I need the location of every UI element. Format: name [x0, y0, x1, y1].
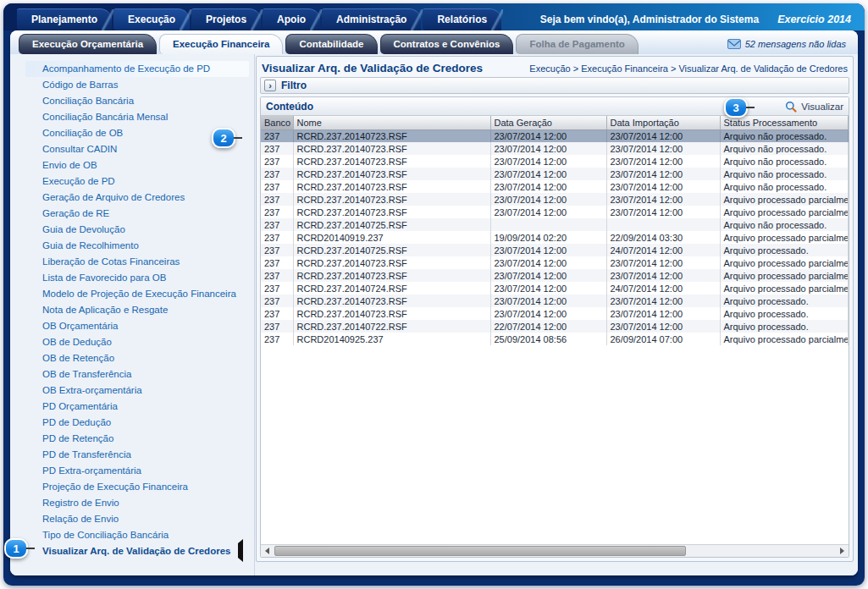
content-box: Conteúdo Visualizar: [260, 96, 849, 558]
table-row[interactable]: 237RCRD.237.20140723.RSF23/07/2014 12:00…: [261, 269, 849, 282]
table-cell: [490, 218, 606, 231]
table-cell: 23/07/2014 12:00: [490, 155, 606, 168]
table-cell: Arquivo processado parcialme: [720, 282, 849, 294]
table-cell: Arquivo não processado.: [720, 180, 849, 193]
sidebar-item-guia-de-devolucao[interactable]: Guia de Devolução: [42, 222, 249, 238]
table-row[interactable]: 237RCRD.237.20140723.RSF23/07/2014 12:00…: [261, 294, 849, 307]
table-row[interactable]: 237RCRD.237.20140725.RSF23/07/2014 12:00…: [261, 244, 849, 256]
sidebar-item-ob-de-deducao[interactable]: OB de Dedução: [42, 334, 249, 350]
scroll-left-button[interactable]: [261, 545, 274, 557]
table-row[interactable]: 237RCRD20140925.23725/09/2014 08:5626/09…: [261, 333, 849, 345]
table-row[interactable]: 237RCRD.237.20140723.RSF23/07/2014 12:00…: [261, 180, 849, 193]
annotation-badge-1: 1: [4, 538, 28, 559]
table-row[interactable]: 237RCRD.237.20140722.RSF22/07/2014 12:00…: [261, 320, 849, 333]
triangle-left-icon: [238, 539, 243, 562]
sidebar-item-ob-de-retencao[interactable]: OB de Retenção: [42, 350, 249, 366]
table-cell: 237: [261, 294, 293, 307]
sidebar-item-geracao-de-arquivo-de-credores[interactable]: Geração de Arquivo de Credores: [42, 190, 249, 206]
table-row[interactable]: 237RCRD.237.20140723.RSF23/07/2014 12:00…: [261, 307, 849, 320]
tab-apoio[interactable]: Apoio: [263, 8, 320, 30]
sidebar-item-ob-orcamentaria[interactable]: OB Orçamentária: [42, 318, 249, 334]
sidebar-item-pd-de-transferencia[interactable]: PD de Transferência: [42, 447, 249, 463]
triangle-left-icon: [265, 548, 269, 554]
messages-link[interactable]: 52 mensagens não lidas: [727, 39, 849, 54]
tab-planejamento[interactable]: Planejamento: [17, 8, 112, 30]
sidebar-item-tipo-de-conciliacao-bancaria[interactable]: Tipo de Conciliação Bancária: [42, 527, 249, 543]
table-row[interactable]: 237RCRD.237.20140723.RSF23/07/2014 12:00…: [261, 129, 849, 142]
table-cell: RCRD20140925.237: [293, 333, 490, 345]
tab-execucao[interactable]: Execução: [113, 8, 190, 30]
sidebar-item-pd-orcamentaria[interactable]: PD Orçamentária: [42, 399, 249, 415]
sidebar-item-lista-de-favorecido-para-ob[interactable]: Lista de Favorecido para OB: [42, 270, 249, 286]
subtab-folha-de-pagamento: Folha de Pagamento: [516, 34, 638, 54]
table-cell: 23/07/2014 12:00: [490, 269, 606, 282]
table-row[interactable]: 237RCRD.237.20140723.RSF23/07/2014 12:00…: [261, 155, 849, 168]
table-cell: 237: [261, 256, 293, 269]
table-cell: 237: [261, 320, 293, 333]
sidebar-item-codigo-de-barras[interactable]: Código de Barras: [42, 77, 249, 93]
column-header-banco[interactable]: Banco: [261, 116, 293, 129]
tab-administracao[interactable]: Administração: [322, 8, 421, 30]
visualizar-button[interactable]: Visualizar: [785, 101, 843, 113]
table-row[interactable]: 237RCRD.237.20140724.RSF23/07/2014 12:00…: [261, 282, 849, 294]
table-cell: Arquivo processado.: [720, 307, 849, 320]
table-row[interactable]: 237RCRD.237.20140723.RSF23/07/2014 12:00…: [261, 142, 849, 155]
tab-projetos[interactable]: Projetos: [191, 8, 261, 30]
exercise-label: Exercício 2014: [777, 14, 851, 25]
expand-filter-button[interactable]: ›: [264, 80, 276, 91]
scrollbar-thumb[interactable]: [274, 546, 686, 556]
table-cell: 23/07/2014 12:00: [490, 256, 606, 269]
sidebar-item-visualizar-arq-de-validacao-de-credores[interactable]: Visualizar Arq. de Validação de Credores: [42, 543, 249, 559]
subtab-contabilidade[interactable]: Contabilidade: [285, 34, 377, 54]
table-cell: Arquivo não processado.: [720, 142, 849, 155]
scroll-right-button[interactable]: [836, 545, 849, 557]
table-cell: Arquivo não processado.: [720, 168, 849, 180]
sidebar-item-pd-de-deducao[interactable]: PD de Dedução: [42, 415, 249, 431]
sidebar-item-ob-extra-orcamentaria[interactable]: OB Extra-orçamentária: [42, 383, 249, 399]
sidebar-collapse-handle[interactable]: [238, 543, 243, 559]
envelope-icon: [727, 39, 741, 49]
sidebar-item-relacao-de-envio[interactable]: Relação de Envio: [42, 511, 249, 527]
sidebar-item-conciliacao-bancaria[interactable]: Conciliação Bancária: [42, 93, 249, 109]
table-row[interactable]: 237RCRD.237.20140723.RSF23/07/2014 12:00…: [261, 168, 849, 180]
table-row[interactable]: 237RCRD.237.20140723.RSF23/07/2014 12:00…: [261, 206, 849, 218]
subtab-execucao-orcamentaria[interactable]: Execução Orçamentária: [19, 34, 157, 54]
sidebar-item-registro-de-envio[interactable]: Registro de Envio: [42, 495, 249, 511]
sidebar-item-pd-de-retencao[interactable]: PD de Retenção: [42, 431, 249, 447]
table-cell: 237: [261, 307, 293, 320]
tab-relatorios[interactable]: Relatórios: [423, 8, 501, 30]
sidebar-item-nota-de-aplicacao-e-resgate[interactable]: Nota de Aplicação e Resgate: [42, 302, 249, 318]
sidebar-item-projecao-de-execucao-financeira[interactable]: Projeção de Execução Financeira: [42, 479, 249, 495]
subtab-execucao-financeira[interactable]: Execução Financeira: [159, 34, 283, 54]
table-cell: 23/07/2014 12:00: [606, 168, 720, 180]
sidebar-item-conciliacao-bancaria-mensal[interactable]: Conciliação Bancária Mensal: [42, 109, 249, 125]
table-row[interactable]: 237RCRD.237.20140725.RSFArquivo não proc…: [261, 218, 849, 231]
sidebar-item-geracao-de-re[interactable]: Geração de RE: [42, 206, 249, 222]
sidebar-item-ob-de-transferencia[interactable]: OB de Transferência: [42, 366, 249, 383]
table-cell: 237: [261, 218, 293, 231]
sidebar-item-acompanhamento-de-execucao-de-pd[interactable]: Acompanhamento de Execução de PD: [25, 61, 249, 77]
table-row[interactable]: 237RCRD.237.20140723.RSF23/07/2014 12:00…: [261, 256, 849, 269]
table-cell: Arquivo processado parcialme: [720, 231, 849, 244]
column-header-nome[interactable]: Nome: [293, 116, 490, 129]
table-cell: 23/07/2014 12:00: [606, 155, 720, 168]
horizontal-scrollbar[interactable]: [261, 544, 849, 557]
sidebar-item-liberacao-de-cotas-financeiras[interactable]: Liberação de Cotas Financeiras: [42, 254, 249, 270]
table-cell: Arquivo processado parcialme: [720, 269, 849, 282]
sidebar-item-execucao-de-pd[interactable]: Execução de PD: [42, 173, 249, 190]
table-cell: 237: [261, 180, 293, 193]
table-row[interactable]: 237RCRD.237.20140723.RSF23/07/2014 12:00…: [261, 193, 849, 206]
sidebar-item-envio-de-ob[interactable]: Envio de OB: [42, 157, 249, 173]
column-header-status-processamento[interactable]: Status Processamento: [720, 116, 849, 129]
table-cell: 23/07/2014 12:00: [490, 129, 606, 142]
column-header-data-geracao[interactable]: Data Geração: [490, 116, 606, 129]
table-cell: 237: [261, 168, 293, 180]
sidebar-item-guia-de-recolhimento[interactable]: Guia de Recolhimento: [42, 238, 249, 254]
table-row[interactable]: 237RCRD20140919.23719/09/2014 02:2022/09…: [261, 231, 849, 244]
table-cell: 237: [261, 282, 293, 294]
column-header-data-importacao[interactable]: Data Importação: [606, 116, 720, 129]
table-cell: RCRD.237.20140725.RSF: [293, 218, 490, 231]
sidebar-item-modelo-de-projecao-de-execucao-financeira[interactable]: Modelo de Projeção de Execução Financeir…: [42, 286, 249, 302]
subtab-contratos-e-convenios[interactable]: Contratos e Convênios: [380, 34, 514, 54]
sidebar-item-pd-extra-orcamentaria[interactable]: PD Extra-orçamentária: [42, 463, 249, 479]
